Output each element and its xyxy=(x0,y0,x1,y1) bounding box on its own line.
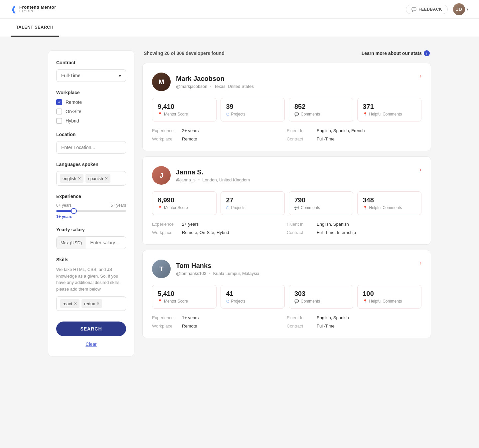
workplace-val-1: Remote xyxy=(182,136,197,141)
mentor-score-3: 5,410 xyxy=(158,290,211,298)
stat-projects-3: 41 ⬡ Projects xyxy=(221,285,285,309)
salary-label: Yearly salary xyxy=(56,227,126,232)
skills-description: We take HTML, CSS, and JS knowledge as a… xyxy=(56,266,126,292)
stat-helpful-1: 371 📍 Helpful Comments xyxy=(357,98,422,121)
fluent-key-2: Fluent In xyxy=(287,222,317,227)
contract-row-2: Contract Full-Time, Internship xyxy=(287,230,421,235)
helpful-count-3: 100 xyxy=(363,290,416,298)
tag-redux-text: redux xyxy=(84,301,95,306)
developer-avatar-3: T xyxy=(152,260,171,278)
tag-react-text: react xyxy=(63,301,72,306)
stat-mentor-3: 5,410 📍 Mentor Score xyxy=(152,285,217,309)
fluent-row-3: Fluent In English, Spanish xyxy=(287,315,421,320)
tag-redux: redux ✕ xyxy=(81,299,102,308)
stats-grid-1: 9,410 📍 Mentor Score 39 ⬡ Projects 852 xyxy=(152,98,421,121)
avatar: JD xyxy=(453,3,465,15)
workplace-remote[interactable]: Remote xyxy=(56,99,126,105)
results-header: Showing 20 of 306 developers found Learn… xyxy=(142,50,431,56)
mentor-text-3: Mentor Score xyxy=(164,299,188,304)
workplace-onsite[interactable]: On-Site xyxy=(56,109,126,114)
mentor-icon-2: 📍 xyxy=(158,206,162,210)
helpful-text-3: Helpful Comments xyxy=(369,299,402,304)
workplace-hybrid[interactable]: Hybrid xyxy=(56,118,126,124)
experience-filter: Experience 0+ years 5+ years 1+ years xyxy=(56,194,126,219)
onsite-checkbox[interactable] xyxy=(56,109,62,114)
experience-val-2: 2+ years xyxy=(182,222,199,227)
logo-text: Frontend Mentor HIRING xyxy=(19,5,56,13)
user-menu[interactable]: JD ▾ xyxy=(453,3,468,15)
logo[interactable]: ❰ Frontend Mentor HIRING xyxy=(11,5,56,14)
feedback-button[interactable]: 💬 FEEDBACK xyxy=(406,5,448,14)
tab-talent-search[interactable]: TALENT SEARCH xyxy=(11,19,59,37)
mentor-score-2: 8,990 xyxy=(158,196,211,204)
remove-spanish-button[interactable]: ✕ xyxy=(105,177,108,180)
workplace-row-1: Workplace Remote xyxy=(152,136,287,141)
experience-row-1: Experience 2+ years xyxy=(152,128,287,133)
developer-card-2: J Janna S. @janna_s • London, United Kin… xyxy=(142,156,431,245)
helpful-icon: 📍 xyxy=(363,112,368,116)
developer-card-1: M Mark Jacobson @markjacobson • Texas, U… xyxy=(142,63,431,151)
projects-text-2: Projects xyxy=(231,205,245,210)
location-input[interactable] xyxy=(56,141,126,154)
languages-filter: Languages spoken english ✕ spanish ✕ xyxy=(56,162,126,186)
developer-meta-2: @janna_s • London, United Kingdom xyxy=(176,177,421,182)
chevron-down-icon: ▾ xyxy=(466,7,468,12)
tag-english-text: english xyxy=(63,176,76,181)
remove-redux-button[interactable]: ✕ xyxy=(96,302,99,306)
hybrid-checkbox[interactable] xyxy=(56,118,62,124)
helpful-count-2: 348 xyxy=(363,196,416,204)
slider-labels: 0+ years 5+ years xyxy=(56,203,126,208)
contract-key-1: Contract xyxy=(287,136,317,141)
helpful-icon-2: 📍 xyxy=(363,206,368,210)
salary-input[interactable] xyxy=(86,237,126,249)
remove-react-button[interactable]: ✕ xyxy=(74,302,77,306)
comments-text: Comments xyxy=(301,112,320,116)
experience-slider[interactable] xyxy=(71,208,77,214)
experience-label: Experience xyxy=(56,194,126,199)
stat-comments-2: 790 💬 Comments xyxy=(289,191,353,215)
developer-handle-2: @janna_s xyxy=(176,177,196,182)
card-top-3: T Tom Hanks @tomhanks103 • Kuala Lumpur,… xyxy=(152,260,421,278)
projects-text: Projects xyxy=(231,112,245,116)
contract-dropdown[interactable]: Full-Time ▾ xyxy=(56,69,126,82)
tag-react: react ✕ xyxy=(60,299,80,308)
card-arrow-2[interactable]: › xyxy=(419,166,421,173)
experience-val-1: 2+ years xyxy=(182,128,199,133)
projects-label-3: ⬡ Projects xyxy=(226,299,279,304)
developer-info-3: Tom Hanks @tomhanks103 • Kuala Lumpur, M… xyxy=(176,262,421,276)
contract-val-2: Full-Time, Internship xyxy=(317,230,356,235)
tag-english: english ✕ xyxy=(60,174,83,183)
results-count: Showing 20 of 306 developers found xyxy=(144,51,225,56)
helpful-label-1: 📍 Helpful Comments xyxy=(363,112,416,116)
mentor-score-1: 9,410 xyxy=(158,103,211,111)
contract-value: Full-Time xyxy=(61,73,80,78)
comments-text-2: Comments xyxy=(301,205,320,210)
card-arrow-3[interactable]: › xyxy=(419,260,421,267)
remove-english-button[interactable]: ✕ xyxy=(78,177,81,180)
stat-mentor-2: 8,990 📍 Mentor Score xyxy=(152,191,217,215)
search-button[interactable]: SEARCH xyxy=(56,322,126,336)
remote-checkbox[interactable] xyxy=(56,99,62,105)
developer-location-1: Texas, United States xyxy=(214,84,254,89)
comments-icon: 💬 xyxy=(294,112,299,116)
languages-label: Languages spoken xyxy=(56,162,126,167)
stats-grid-3: 5,410 📍 Mentor Score 41 ⬡ Projects 303 xyxy=(152,285,421,309)
contract-filter: Contract Full-Time ▾ xyxy=(56,60,126,82)
comments-label-1: 💬 Comments xyxy=(294,112,348,116)
card-arrow-1[interactable]: › xyxy=(419,73,421,80)
projects-text-3: Projects xyxy=(231,299,245,304)
fluent-key-1: Fluent In xyxy=(287,128,317,133)
clear-link[interactable]: Clear xyxy=(56,341,126,347)
comments-label-2: 💬 Comments xyxy=(294,205,348,210)
card-top-2: J Janna S. @janna_s • London, United Kin… xyxy=(152,166,421,185)
experience-key-3: Experience xyxy=(152,315,182,320)
stat-comments-3: 303 💬 Comments xyxy=(289,285,353,309)
developer-name-3: Tom Hanks xyxy=(176,262,421,270)
mentor-text-2: Mentor Score xyxy=(164,205,188,210)
projects-icon-3: ⬡ xyxy=(226,299,230,304)
meta-dot-2: • xyxy=(198,177,200,182)
comments-count-3: 303 xyxy=(294,290,348,298)
slider-track xyxy=(56,210,126,212)
stats-link[interactable]: Learn more about our stats i xyxy=(362,50,430,56)
skills-filter: Skills We take HTML, CSS, and JS knowled… xyxy=(56,257,126,311)
